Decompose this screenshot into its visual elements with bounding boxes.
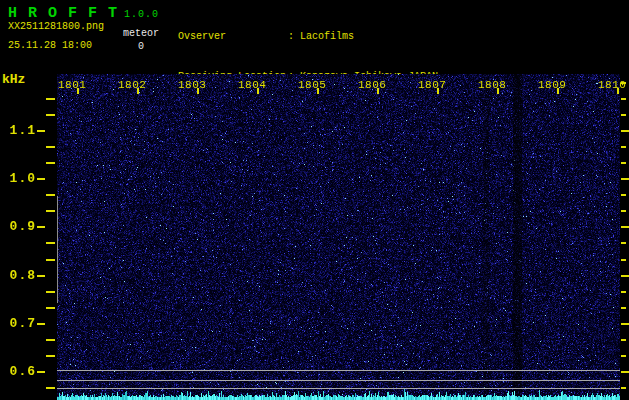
minute-tick xyxy=(377,88,379,94)
x-time-label: 1810 xyxy=(598,79,626,91)
y-minor-tick-right xyxy=(621,98,626,100)
y-minor-tick-left xyxy=(46,162,55,164)
y-minor-tick-right xyxy=(621,307,626,309)
y-minor-tick-right xyxy=(621,162,626,164)
y-minor-tick-left xyxy=(46,259,55,261)
x-time-label: 1804 xyxy=(238,79,266,91)
y-minor-tick-left xyxy=(46,210,55,212)
y-minor-tick-left xyxy=(46,194,55,196)
y-minor-tick-right xyxy=(621,259,626,261)
capture-filename: XX2511281800.png xyxy=(8,21,104,32)
y-major-tick-left xyxy=(37,371,45,373)
capture-timestamp: 25.11.28 18:00 xyxy=(8,40,92,51)
x-time-label: 1806 xyxy=(358,79,386,91)
mode-label: meteor xyxy=(123,28,159,39)
carrier-line xyxy=(57,388,620,389)
y-minor-tick-left xyxy=(46,387,55,389)
hrofft-screen: H R O F F T 1.0.0 XX2511281800.png meteo… xyxy=(0,0,629,400)
y-major-tick-right xyxy=(621,178,629,180)
spectrogram-noise-canvas xyxy=(57,74,620,400)
app-title: H R O F F T xyxy=(8,5,118,22)
x-time-label: 1805 xyxy=(298,79,326,91)
y-major-tick-right xyxy=(621,275,629,277)
y-minor-tick-right xyxy=(621,387,626,389)
y-major-tick-left xyxy=(37,275,45,277)
minute-tick xyxy=(557,88,559,94)
y-minor-tick-right xyxy=(621,146,626,148)
y-minor-tick-right xyxy=(621,339,626,341)
y-axis-tick-label: 0.9 xyxy=(0,219,36,234)
y-minor-tick-right xyxy=(621,242,626,244)
minute-tick xyxy=(617,88,619,94)
y-major-tick-right xyxy=(621,130,629,132)
y-minor-tick-left xyxy=(46,114,55,116)
y-minor-tick-right xyxy=(621,210,626,212)
meteor-count: 0 xyxy=(138,41,144,52)
y-minor-tick-right xyxy=(621,355,626,357)
y-axis-tick-label: 0.6 xyxy=(0,364,36,379)
y-minor-tick-left xyxy=(46,339,55,341)
y-major-tick-right xyxy=(621,226,629,228)
minute-tick xyxy=(257,88,259,94)
y-axis-tick-label: 1.0 xyxy=(0,171,36,186)
y-major-tick-right xyxy=(621,371,629,373)
x-time-label: 1807 xyxy=(418,79,446,91)
info-separator: : xyxy=(288,30,294,43)
minute-tick xyxy=(497,88,499,94)
y-axis-tick-label: 1.1 xyxy=(0,123,36,138)
y-minor-tick-left xyxy=(46,307,55,309)
y-minor-tick-left xyxy=(46,98,55,100)
y-minor-tick-left xyxy=(46,242,55,244)
y-axis-tick-label: 0.7 xyxy=(0,316,36,331)
x-time-label: 1808 xyxy=(478,79,506,91)
minute-tick xyxy=(197,88,199,94)
minute-tick xyxy=(317,88,319,94)
carrier-line xyxy=(57,380,620,381)
calibration-line xyxy=(57,196,58,303)
y-minor-tick-right xyxy=(621,291,626,293)
info-row-observer: Ovserver:Lacofilms xyxy=(178,30,438,43)
y-major-tick-left xyxy=(37,130,45,132)
y-minor-tick-left xyxy=(46,146,55,148)
minute-tick xyxy=(137,88,139,94)
y-minor-tick-left xyxy=(46,355,55,357)
y-minor-tick-right xyxy=(621,194,626,196)
x-time-label: 1803 xyxy=(178,79,206,91)
carrier-line xyxy=(57,370,620,371)
info-value: Lacofilms xyxy=(300,31,354,42)
info-label: Ovserver xyxy=(178,30,288,43)
y-major-tick-left xyxy=(37,323,45,325)
x-time-label: 1809 xyxy=(538,79,566,91)
y-minor-tick-right xyxy=(621,114,626,116)
minute-tick xyxy=(437,88,439,94)
y-axis-tick-label: 0.8 xyxy=(0,268,36,283)
y-axis-unit-label: kHz xyxy=(2,72,25,87)
y-minor-tick-left xyxy=(46,291,55,293)
y-major-tick-left xyxy=(37,226,45,228)
y-major-tick-right xyxy=(621,323,629,325)
x-time-label: 1802 xyxy=(118,79,146,91)
minute-tick xyxy=(77,88,79,94)
x-time-label: 1801 xyxy=(58,79,86,91)
app-version: 1.0.0 xyxy=(124,9,159,20)
y-major-tick-left xyxy=(37,178,45,180)
